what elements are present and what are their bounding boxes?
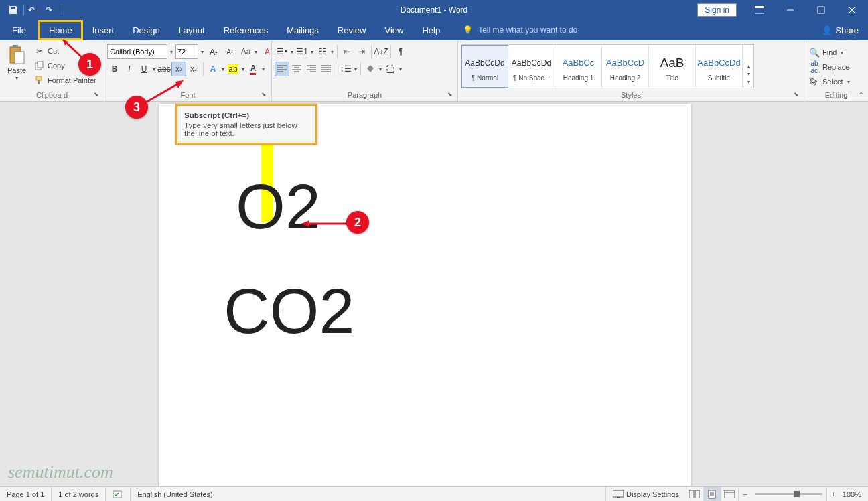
chevron-down-icon[interactable]: ▾	[353, 62, 358, 76]
multilevel-list-button[interactable]: ☷	[315, 44, 330, 59]
tell-me-input[interactable]	[478, 25, 612, 35]
chevron-down-icon[interactable]: ▾	[169, 49, 174, 55]
close-button[interactable]	[837, 0, 867, 20]
style-heading-2[interactable]: AaBbCcD Heading 2	[602, 45, 649, 88]
dialog-launcher-font[interactable]: ⬊	[261, 91, 269, 99]
sort-button[interactable]: A↓Z	[374, 44, 388, 59]
format-painter-button[interactable]: Format Painter	[32, 74, 98, 87]
ribbon-display-options-icon[interactable]	[745, 0, 774, 20]
sign-in-button[interactable]: Sign in	[697, 3, 737, 17]
chevron-down-icon[interactable]: ▾	[200, 49, 205, 55]
styles-gallery-more[interactable]: ▴ ▾ ▾	[743, 45, 753, 88]
tell-me-search[interactable]: 💡	[463, 20, 612, 40]
status-word-count[interactable]: 1 of 2 words	[52, 487, 106, 501]
tab-references[interactable]: References	[214, 20, 277, 40]
chevron-down-icon[interactable]: ▾	[289, 44, 295, 59]
collapse-ribbon-button[interactable]: ⌃	[858, 91, 864, 100]
chevron-down-icon[interactable]: ▾	[378, 62, 383, 76]
superscript-button[interactable]: x2	[186, 62, 201, 76]
change-case-button[interactable]: Aa	[238, 44, 253, 59]
italic-button[interactable]: I	[122, 62, 137, 76]
chevron-down-icon[interactable]: ▾	[747, 79, 750, 86]
zoom-in-button[interactable]: +	[826, 487, 840, 501]
chevron-down-icon[interactable]: ▾	[151, 62, 157, 76]
view-web-layout-button[interactable]	[721, 487, 738, 501]
chevron-down-icon[interactable]: ▾	[240, 62, 246, 76]
document-page[interactable]: O2 CO2	[159, 104, 691, 486]
tab-review[interactable]: Review	[328, 20, 376, 40]
zoom-slider[interactable]	[755, 493, 822, 495]
chevron-down-icon[interactable]: ▾	[747, 71, 750, 78]
tab-design[interactable]: Design	[123, 20, 169, 40]
chevron-down-icon[interactable]: ▾	[398, 62, 403, 76]
style-no-spacing[interactable]: AaBbCcDd ¶ No Spac...	[508, 45, 555, 88]
line-spacing-button[interactable]: ↕☰	[338, 62, 353, 76]
increase-indent-button[interactable]: ⇥	[354, 44, 369, 59]
dialog-launcher-paragraph[interactable]: ⬊	[447, 91, 455, 99]
style-heading-1[interactable]: AaBbCc Heading 1	[555, 45, 602, 88]
chevron-down-icon[interactable]: ▾	[309, 44, 315, 59]
paste-button[interactable]: Paste ▾	[3, 44, 31, 81]
show-hide-marks-button[interactable]: ¶	[393, 44, 408, 59]
decrease-indent-button[interactable]: ⇤	[340, 44, 354, 59]
view-read-mode-button[interactable]	[686, 487, 703, 501]
tab-file[interactable]: File	[0, 20, 38, 40]
subscript-button[interactable]: x2	[171, 62, 186, 76]
numbering-button[interactable]: ☰1	[295, 44, 309, 59]
undo-icon[interactable]: ↶▾	[26, 2, 42, 18]
select-button[interactable]: Select ▾	[807, 75, 853, 88]
zoom-level[interactable]: 100%	[840, 487, 868, 501]
redo-icon[interactable]: ↷▾	[44, 2, 60, 18]
chevron-down-icon[interactable]: ▾	[330, 44, 335, 59]
styles-gallery[interactable]: AaBbCcDd ¶ Normal AaBbCcDd ¶ No Spac... …	[461, 44, 754, 88]
tab-help[interactable]: Help	[413, 20, 449, 40]
tab-mailings[interactable]: Mailings	[277, 20, 328, 40]
replace-button[interactable]: abac Replace	[807, 60, 853, 74]
align-center-button[interactable]	[289, 62, 304, 76]
dialog-launcher-clipboard[interactable]: ⬊	[94, 91, 102, 99]
strikethrough-button[interactable]: abc	[157, 62, 171, 76]
chevron-down-icon[interactable]: ▾	[220, 62, 226, 76]
qat-customize-icon[interactable]: ▾	[64, 2, 80, 18]
text-o[interactable]: O	[236, 171, 285, 242]
justify-button[interactable]	[319, 62, 334, 76]
style-title[interactable]: AaB Title	[649, 45, 696, 88]
text-effects-button[interactable]: A	[206, 62, 220, 76]
share-button[interactable]: 👤 Share	[812, 20, 868, 40]
minimize-button[interactable]	[776, 0, 805, 20]
status-spellcheck[interactable]	[106, 487, 131, 501]
document-area[interactable]: O2 CO2	[0, 102, 868, 486]
shrink-font-button[interactable]: A▾	[222, 44, 237, 59]
text-line-2[interactable]: CO2	[224, 273, 626, 349]
find-button[interactable]: 🔍 Find ▾	[807, 46, 853, 59]
zoom-slider-thumb[interactable]	[794, 491, 800, 497]
dialog-launcher-styles[interactable]: ⬊	[794, 91, 802, 99]
font-name-input[interactable]	[107, 44, 167, 59]
font-size-input[interactable]	[175, 44, 198, 59]
tab-view[interactable]: View	[375, 20, 413, 40]
highlight-button[interactable]: ab	[226, 62, 240, 76]
tab-layout[interactable]: Layout	[169, 20, 214, 40]
underline-button[interactable]: U	[137, 62, 151, 76]
chevron-up-icon[interactable]: ▴	[747, 63, 750, 70]
status-page[interactable]: Page 1 of 1	[0, 487, 52, 501]
maximize-button[interactable]	[806, 0, 836, 20]
status-language[interactable]: English (United States)	[131, 487, 220, 501]
align-left-button[interactable]	[275, 62, 289, 76]
bullets-button[interactable]: ☰•	[275, 44, 289, 59]
save-icon[interactable]	[5, 2, 21, 18]
chevron-down-icon[interactable]: ▾	[261, 62, 266, 76]
font-color-button[interactable]: A	[246, 62, 261, 76]
text-2-selected[interactable]: 2	[285, 171, 321, 242]
grow-font-button[interactable]: A▴	[206, 44, 221, 59]
chevron-down-icon[interactable]: ▾	[253, 44, 259, 59]
borders-button[interactable]	[383, 62, 398, 76]
zoom-out-button[interactable]: −	[738, 487, 751, 501]
style-normal[interactable]: AaBbCcDd ¶ Normal	[461, 45, 508, 88]
shading-button[interactable]	[363, 62, 378, 76]
tab-insert[interactable]: Insert	[83, 20, 124, 40]
align-right-button[interactable]	[304, 62, 319, 76]
view-print-layout-button[interactable]	[703, 487, 721, 501]
style-subtitle[interactable]: AaBbCcDd Subtitle	[696, 45, 743, 88]
text-line-1[interactable]: O2	[224, 168, 321, 244]
